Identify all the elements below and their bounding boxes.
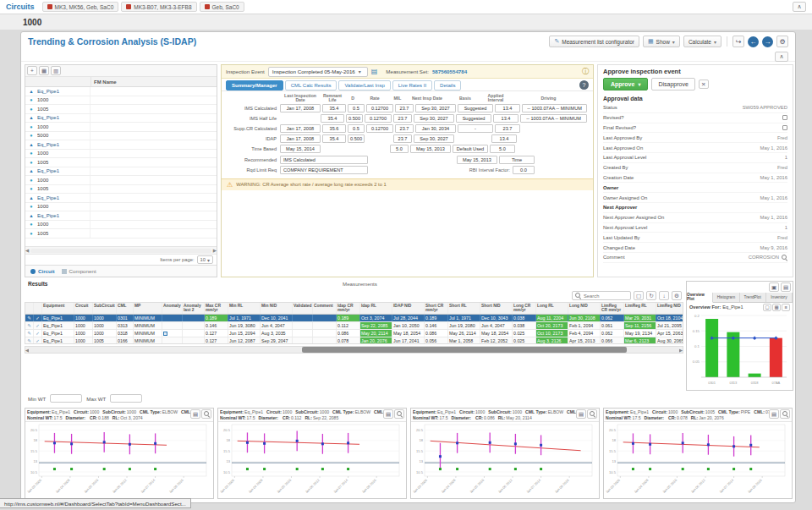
checkbox-icon[interactable] xyxy=(782,115,787,120)
chart-expand-button[interactable]: ▢ xyxy=(763,304,771,311)
scrollbar-track[interactable] xyxy=(29,347,679,353)
results-col-header[interactable]: Short CR mm/yr xyxy=(425,303,448,314)
info-icon[interactable]: ⓘ xyxy=(582,67,589,76)
add-button[interactable]: + xyxy=(27,66,37,75)
document-icon[interactable]: ▤ xyxy=(371,68,378,75)
chart-menu-button[interactable]: ≡ xyxy=(782,304,790,311)
grid-view-button[interactable]: ▦ xyxy=(39,66,49,75)
items-per-page-select[interactable]: 10 ▾ xyxy=(197,255,213,264)
fm-tree-row[interactable]: ●5000 xyxy=(25,132,217,141)
approve-button[interactable]: Approve ▾ xyxy=(603,78,648,90)
results-col-header[interactable]: Validated xyxy=(293,303,313,314)
results-col-header[interactable]: Anomaly xyxy=(162,303,183,314)
fm-tree-row[interactable]: ●1005 xyxy=(25,158,217,167)
scrollbar-track[interactable] xyxy=(30,249,211,253)
recommended-method-select[interactable]: IMS Calculated xyxy=(280,156,368,164)
fm-tree-row[interactable]: ▲Eq_Pipe1 xyxy=(25,194,217,203)
list-button[interactable]: ▤ xyxy=(190,409,200,419)
fm-tree-row[interactable]: ●1005 xyxy=(25,105,217,114)
tab-validate-last-insp[interactable]: Validate/Last Insp xyxy=(338,80,390,90)
back-button[interactable]: ← xyxy=(748,36,759,47)
fm-tree-row[interactable]: ▲Eq_Pipe1 xyxy=(25,87,217,96)
results-row[interactable]: ✎✓Eq_Pipe1100010050166MINIMUM0.127Jun 12… xyxy=(25,337,683,344)
results-col-header[interactable]: Long NID xyxy=(568,303,601,314)
search-input[interactable] xyxy=(584,293,628,299)
layout-list-button[interactable]: ▤ xyxy=(781,282,791,292)
fm-tree-row[interactable]: ▲Eq_Pipe1 xyxy=(25,167,217,177)
measurement-config-button[interactable]: ✎ Measurement list configurator xyxy=(549,36,639,47)
check-icon[interactable]: ✓ xyxy=(34,330,42,337)
check-icon[interactable]: ✓ xyxy=(34,315,42,321)
results-col-header[interactable]: Equipment xyxy=(42,303,74,314)
disapprove-button[interactable]: Disapprove xyxy=(651,78,694,90)
results-row[interactable]: ✎✓Eq_Pipe1100010000301MINIMUM0.189Jul 1,… xyxy=(25,315,683,322)
column-chooser-button[interactable]: ▥ xyxy=(51,66,61,75)
edit-icon[interactable]: ✎ xyxy=(25,330,34,337)
results-col-header[interactable]: Max CR mm/yr xyxy=(205,303,228,314)
results-col-header[interactable]: Short NID xyxy=(480,303,513,314)
mode-tab-circuit[interactable]: Circuit xyxy=(30,268,55,274)
calculate-button[interactable]: Calculate ▾ xyxy=(683,36,721,47)
scrollbar-thumb[interactable] xyxy=(302,347,627,353)
results-row[interactable]: ✎✓Eq_Pipe1100010000313MINIMUM0.146Jun 19… xyxy=(25,322,683,330)
results-col-header[interactable]: Min RL xyxy=(228,303,261,314)
results-col-header[interactable]: LimReg NID xyxy=(656,303,683,314)
results-col-header[interactable]: IDAP NID xyxy=(392,303,425,314)
results-col-header[interactable]: CML xyxy=(117,303,134,314)
inspection-event-select[interactable]: Inspection Completed 05-May-2016 ▾ xyxy=(268,67,368,77)
results-col-header[interactable]: Min NID xyxy=(261,303,293,314)
overview-tab-trendplot[interactable]: TrendPlot xyxy=(740,293,766,302)
results-col-header[interactable]: SubCircuit xyxy=(93,303,117,314)
fm-tree-row[interactable]: ▲Eq_Pipe1 xyxy=(25,140,217,150)
results-col-header[interactable]: LimReg RL xyxy=(624,303,656,314)
scroll-left-icon[interactable]: ◀ xyxy=(25,248,29,253)
results-col-header[interactable]: Circuit xyxy=(74,303,93,314)
fm-tree-row[interactable]: ●1005 xyxy=(25,185,217,195)
fm-tree-row[interactable]: ●1000 xyxy=(25,96,217,106)
edit-icon[interactable]: ✎ xyxy=(25,322,34,329)
overview-tab-inventory[interactable]: Inventory xyxy=(766,293,793,302)
results-col-header[interactable]: Anomaly last 2 xyxy=(183,303,205,314)
scroll-right-icon[interactable]: ▶ xyxy=(679,348,683,353)
workspace-tab[interactable]: MK3, MK56, Geb, SaC0 xyxy=(42,2,119,12)
max-wt-input[interactable] xyxy=(110,394,142,403)
fm-tree-row[interactable]: ●1000 xyxy=(25,176,217,185)
mode-tab-component[interactable]: Component xyxy=(62,268,96,274)
zoom-button[interactable] xyxy=(201,409,211,419)
fm-tree-row[interactable]: ●1000 xyxy=(25,123,217,132)
checkbox-icon[interactable] xyxy=(782,125,787,130)
results-col-header[interactable]: LimReg CR mm/yr xyxy=(601,303,624,314)
list-button[interactable]: ▤ xyxy=(769,409,779,419)
workspace-tab[interactable]: MK3-B07, MK3-3-EFB8 xyxy=(121,2,196,12)
edit-icon[interactable]: ✎ xyxy=(25,337,34,344)
zoom-button[interactable] xyxy=(587,409,597,419)
results-col-header[interactable]: Long RL xyxy=(536,303,568,314)
results-col-header[interactable]: Comment xyxy=(313,303,337,314)
show-button[interactable]: ▦ Show ▾ xyxy=(643,36,680,47)
zoom-button[interactable] xyxy=(394,409,404,419)
topbar-collapse-button[interactable]: ∧ xyxy=(793,2,806,12)
refresh-button[interactable]: ↻ xyxy=(646,291,656,300)
chart-grid-button[interactable]: ▦ xyxy=(772,304,781,311)
fm-tree-hscrollbar[interactable]: ◀ ▶ xyxy=(25,246,217,254)
export-button[interactable]: ↪ xyxy=(732,36,744,47)
delete-button[interactable]: ✕ xyxy=(699,80,709,89)
check-icon[interactable]: ✓ xyxy=(34,322,42,329)
panel-collapse-button[interactable]: ∧ xyxy=(775,52,788,62)
edit-icon[interactable]: ✎ xyxy=(25,315,34,321)
results-col-header[interactable]: Idap RL xyxy=(360,303,392,314)
list-button[interactable]: ▤ xyxy=(383,409,393,419)
fm-tree-row[interactable]: ▲Eq_Pipe1 xyxy=(25,114,217,123)
help-button[interactable]: ? xyxy=(579,80,589,90)
fm-tree-row[interactable]: ▲Eq_Pipe1 xyxy=(25,211,217,221)
results-row[interactable]: ✎✓Eq_Pipe1100010000318MINIMUM0.127Jun 15… xyxy=(25,330,683,337)
check-icon[interactable]: ✓ xyxy=(34,337,42,344)
measurement-set-value[interactable]: 587560554784 xyxy=(432,69,467,74)
tab-summary-manager[interactable]: Summary/Manager xyxy=(226,80,283,90)
scroll-right-icon[interactable]: ▶ xyxy=(213,248,217,253)
results-hscrollbar[interactable]: ◀ ▶ xyxy=(25,346,683,354)
settings-button[interactable]: ⚙ xyxy=(776,36,788,47)
results-col-header[interactable]: MP xyxy=(134,303,162,314)
tab-details[interactable]: Details xyxy=(434,80,461,90)
fm-tree-row[interactable]: ●1000 xyxy=(25,221,217,230)
